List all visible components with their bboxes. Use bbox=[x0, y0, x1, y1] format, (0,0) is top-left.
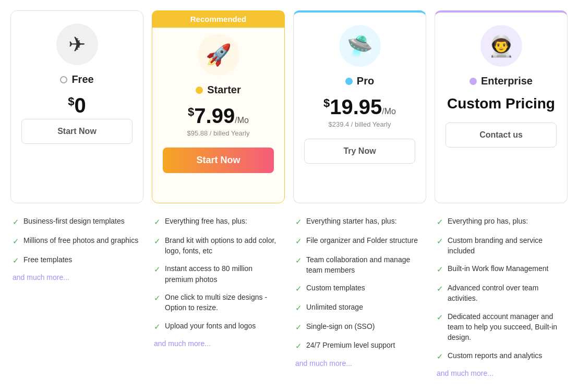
plan-column-starter: Recommended 🚀 Starter $7.99/Mo $95.88 / … bbox=[152, 10, 285, 348]
plan-cta-free[interactable]: Start Now bbox=[21, 119, 133, 144]
feature-text: Custom reports and analytics bbox=[448, 350, 542, 361]
plan-card-pro: 🛸 Pro $19.95/Mo $239.4 / billed YearlyTr… bbox=[293, 10, 426, 203]
plan-billing-starter: $95.88 / billed Yearly bbox=[163, 129, 274, 137]
plan-billing-pro: $239.4 / billed Yearly bbox=[304, 120, 415, 128]
feature-item: ✓ Upload your fonts and logos bbox=[154, 321, 283, 333]
plan-card-enterprise: 👨‍🚀 Enterprise Custom PricingContact us bbox=[435, 10, 568, 203]
feature-item: ✓ File organizer and Folder structure bbox=[295, 235, 424, 247]
feature-text: Upload your fonts and logos bbox=[165, 321, 256, 331]
feature-text: Built-in Work flow Management bbox=[448, 263, 548, 274]
check-icon: ✓ bbox=[437, 283, 443, 295]
feature-item: ✓ Everything starter has, plus: bbox=[295, 216, 424, 228]
check-icon: ✓ bbox=[295, 302, 302, 314]
feature-item: ✓ Built-in Work flow Management bbox=[437, 263, 565, 275]
plan-card-starter: Recommended 🚀 Starter $7.99/Mo $95.88 / … bbox=[152, 10, 285, 203]
plan-price-pro: $19.95/Mo bbox=[304, 95, 415, 118]
check-icon: ✓ bbox=[154, 264, 161, 275]
feature-text: Free templates bbox=[23, 254, 72, 265]
feature-text: Business-first design templates bbox=[23, 216, 125, 226]
plan-cta-starter[interactable]: Start Now bbox=[163, 148, 274, 173]
feature-text: File organizer and Folder structure bbox=[306, 235, 418, 246]
feature-text: Everything starter has, plus: bbox=[306, 216, 397, 226]
plan-name-pro: Pro bbox=[357, 75, 374, 87]
check-icon: ✓ bbox=[295, 340, 302, 352]
feature-item: ✓ Single-sign on (SSO) bbox=[295, 321, 424, 333]
feature-item: ✓ Everything free has, plus: bbox=[154, 216, 283, 228]
check-icon: ✓ bbox=[154, 236, 161, 247]
feature-item: ✓ Team collaboration and manage team mem… bbox=[295, 254, 424, 276]
feature-text: Team collaboration and manage team membe… bbox=[306, 254, 424, 276]
plan-cta-pro[interactable]: Try Now bbox=[304, 139, 415, 164]
recommended-badge: Recommended bbox=[152, 10, 285, 28]
features-section-pro: ✓ Everything starter has, plus:✓ File or… bbox=[293, 216, 426, 368]
check-icon: ✓ bbox=[295, 322, 302, 333]
feature-text: Custom branding and service included bbox=[448, 235, 565, 256]
check-icon: ✓ bbox=[13, 236, 19, 247]
check-icon: ✓ bbox=[13, 255, 19, 266]
check-icon: ✓ bbox=[437, 216, 443, 228]
check-icon: ✓ bbox=[295, 255, 302, 266]
plan-price-free: $0 bbox=[21, 94, 133, 117]
plan-dot-pro bbox=[345, 78, 353, 85]
plan-name-enterprise: Enterprise bbox=[481, 75, 533, 87]
feature-item: ✓ Instant access to 80 million premium p… bbox=[154, 263, 283, 285]
plan-price-starter: $7.99/Mo bbox=[163, 104, 274, 127]
feature-text: Custom templates bbox=[306, 283, 365, 293]
feature-item: ✓ Custom reports and analytics bbox=[437, 350, 565, 362]
plan-icon-free: ✈ bbox=[56, 23, 98, 65]
more-link-pro[interactable]: and much more... bbox=[295, 359, 424, 368]
plan-name-free: Free bbox=[71, 74, 93, 85]
feature-text: Unlimited storage bbox=[306, 302, 363, 312]
more-link-enterprise[interactable]: and much more... bbox=[437, 369, 565, 377]
feature-text: Millions of free photos and graphics bbox=[23, 235, 138, 246]
check-icon: ✓ bbox=[154, 292, 161, 304]
check-icon: ✓ bbox=[154, 321, 161, 333]
features-section-starter: ✓ Everything free has, plus:✓ Brand kit … bbox=[152, 216, 285, 348]
feature-text: Dedicated account manager and team to he… bbox=[448, 311, 565, 343]
plan-column-enterprise: 👨‍🚀 Enterprise Custom PricingContact us✓… bbox=[435, 10, 568, 377]
plan-icon-pro: 🛸 bbox=[339, 25, 381, 67]
check-icon: ✓ bbox=[437, 351, 443, 362]
more-link-starter[interactable]: and much more... bbox=[154, 339, 283, 348]
plan-dot-free bbox=[60, 76, 67, 83]
feature-item: ✓ Everything pro has, plus: bbox=[437, 216, 565, 228]
feature-text: Everything pro has, plus: bbox=[448, 216, 528, 226]
check-icon: ✓ bbox=[295, 216, 302, 228]
plan-name-row-enterprise: Enterprise bbox=[445, 75, 557, 87]
check-icon: ✓ bbox=[295, 236, 302, 247]
plan-name-row-pro: Pro bbox=[304, 75, 415, 87]
features-section-free: ✓ Business-first design templates✓ Milli… bbox=[10, 216, 143, 281]
plan-dot-starter bbox=[196, 87, 203, 94]
check-icon: ✓ bbox=[13, 216, 19, 228]
plan-icon-starter: 🚀 bbox=[198, 34, 239, 76]
feature-item: ✓ Unlimited storage bbox=[295, 302, 424, 314]
plan-dot-enterprise bbox=[469, 78, 477, 85]
feature-item: ✓ Business-first design templates bbox=[13, 216, 141, 228]
feature-item: ✓ Custom templates bbox=[295, 283, 424, 295]
feature-text: 24/7 Premium level support bbox=[306, 340, 395, 350]
feature-text: One click to multi size designs - Option… bbox=[165, 292, 283, 313]
plan-card-free: ✈ Free $0 Start Now bbox=[10, 10, 143, 203]
feature-text: Instant access to 80 million premium pho… bbox=[165, 263, 283, 285]
check-icon: ✓ bbox=[295, 283, 302, 295]
plan-name-row-free: Free bbox=[21, 74, 133, 85]
feature-text: Advanced control over team activities. bbox=[448, 283, 565, 304]
feature-item: ✓ Millions of free photos and graphics bbox=[13, 235, 141, 247]
feature-text: Everything free has, plus: bbox=[165, 216, 247, 226]
more-link-free[interactable]: and much more... bbox=[13, 273, 141, 281]
pricing-container: ✈ Free $0 Start Now✓ Business-first desi… bbox=[10, 10, 568, 377]
feature-item: ✓ Advanced control over team activities. bbox=[437, 283, 565, 304]
plan-custom-price: Custom Pricing bbox=[445, 95, 557, 112]
plan-icon-enterprise: 👨‍🚀 bbox=[480, 25, 522, 67]
feature-text: Single-sign on (SSO) bbox=[306, 321, 375, 332]
plan-column-pro: 🛸 Pro $19.95/Mo $239.4 / billed YearlyTr… bbox=[293, 10, 426, 368]
plan-name-row-starter: Starter bbox=[163, 84, 274, 96]
plan-name-starter: Starter bbox=[207, 84, 240, 96]
check-icon: ✓ bbox=[437, 312, 443, 323]
check-icon: ✓ bbox=[437, 236, 443, 247]
feature-item: ✓ Custom branding and service included bbox=[437, 235, 565, 256]
check-icon: ✓ bbox=[437, 264, 443, 275]
feature-item: ✓ Brand kit with options to add color, l… bbox=[154, 235, 283, 256]
feature-item: ✓ Dedicated account manager and team to … bbox=[437, 311, 565, 343]
plan-cta-enterprise[interactable]: Contact us bbox=[445, 123, 557, 148]
